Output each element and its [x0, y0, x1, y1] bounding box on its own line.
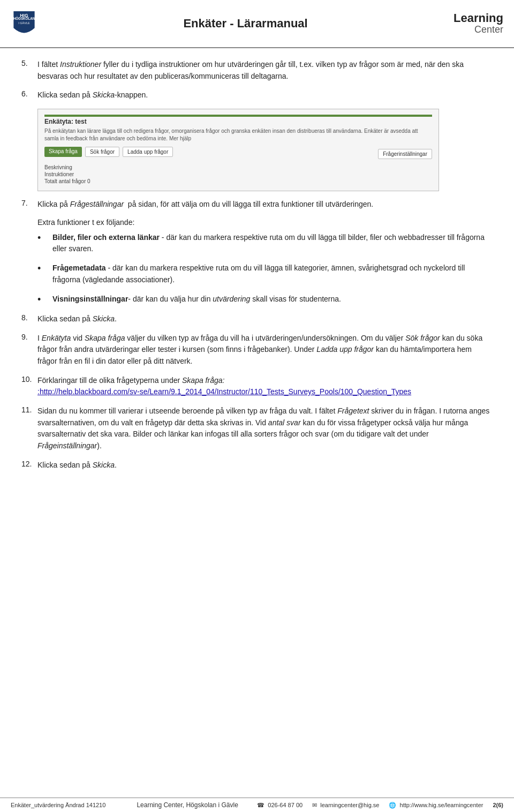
screenshot-image: Enkätyta: test På enkätytan kan lärare l… [37, 109, 439, 191]
bullet-text: Frågemetadata - där kan du markera respe… [52, 262, 493, 285]
italic-text: Ladda upp frågor [316, 345, 374, 354]
skapa-fraga-btn: Skapa fråga [44, 147, 82, 157]
bullet-item: • Visningsinställningar- där kan du välj… [37, 294, 493, 306]
item-text: I Enkätyta vid Skapa fråga väljer du vil… [37, 333, 493, 367]
screenshot-title: Enkätyta: test [44, 118, 432, 125]
italic-text: Sök frågor [405, 334, 440, 342]
item-number: 7. [21, 199, 33, 210]
italic-text: Instruktioner [60, 60, 101, 69]
learning-label: Learning [453, 12, 503, 25]
page-footer: Enkäter_utvärdering Ändrad 141210 Learni… [0, 798, 514, 812]
bold-text: Frågemetadata [52, 264, 106, 272]
list-item: 11. Sidan du nu kommer till varierar i u… [21, 405, 493, 452]
bold-text: Bilder, filer och externa länkar [52, 233, 160, 242]
item-number: 6. [21, 89, 33, 101]
blackboard-link[interactable]: :http://help.blackboard.com/sv-se/Learn/… [37, 387, 411, 396]
item-text: Klicka sedan på Skicka. [37, 460, 493, 471]
form-row: Beskrivning [44, 164, 432, 170]
item-text: I fältet Instruktioner fyller du i tydli… [37, 59, 493, 82]
italic-text: Enkätyta [42, 334, 71, 342]
italic-text: Skapa fråga [85, 334, 125, 342]
italic-text: Frågeinställningar [37, 441, 97, 450]
form-row: Instruktioner [44, 171, 432, 177]
form-row: Totalt antal frågor 0 [44, 178, 432, 184]
italic-text: antal svar [268, 418, 301, 427]
screenshot-buttons: Skapa fråga Sök frågor Ladda upp frågor … [44, 147, 432, 161]
center-label: Center [453, 25, 503, 35]
list-item: 6. Klicka sedan på Skicka-knappen. [21, 89, 493, 101]
item-text: Förklaringar till de olika frågetyperna … [37, 375, 493, 398]
screenshot-desc: På enkätytan kan lärare lägga till och r… [44, 127, 432, 142]
italic-text: Frågetext [337, 407, 369, 415]
footer-center: Learning Center, Högskolan i Gävle [118, 801, 257, 809]
frageinstallningar-btn: Frågerinställningar [378, 149, 432, 159]
item-text: Klicka på Frågeställningar på sidan, för… [37, 199, 493, 210]
page-number: 2(6) [493, 802, 503, 808]
item-text: Klicka sedan på Skicka-knappen. [37, 89, 493, 101]
italic-text: Skapa fråga: [182, 376, 224, 385]
footer-phone: ☎ 026-64 87 00 [257, 802, 303, 809]
bullet-dot: • [37, 262, 47, 275]
footer-email: ✉ learningcenter@hig.se [312, 802, 379, 809]
web-icon: 🌐 [389, 802, 396, 809]
page-header: HÖGSKOLAN I GÄVLE HIG Enkäter - Lärarman… [0, 0, 514, 48]
list-item: 10. Förklaringar till de olika frågetype… [21, 375, 493, 398]
bullet-dot: • [37, 294, 47, 306]
footer-left: Enkäter_utvärdering Ändrad 141210 [11, 802, 118, 808]
bullet-dot: • [37, 232, 47, 244]
svg-text:HIG: HIG [20, 12, 28, 18]
ladda-upp-btn: Ladda upp frågor [123, 147, 173, 157]
footer-right: ☎ 026-64 87 00 ✉ learningcenter@hig.se 🌐… [257, 802, 503, 809]
bold-text: Visningsinställningar [52, 295, 128, 303]
item-text: Klicka sedan på Skicka. [37, 313, 493, 325]
italic-text: Skicka [93, 461, 115, 469]
item-number: 11. [21, 405, 33, 452]
italic-text: Skicka [93, 91, 115, 99]
list-item: 9. I Enkätyta vid Skapa fråga väljer du … [21, 333, 493, 367]
item-number: 5. [21, 59, 33, 82]
list-item: 8. Klicka sedan på Skicka. [21, 313, 493, 325]
footer-url: 🌐 http://www.hig.se/learningcenter [389, 802, 483, 809]
phone-icon: ☎ [257, 802, 264, 809]
bullet-list: • Bilder, filer och externa länkar - där… [37, 232, 493, 306]
item-number: 8. [21, 313, 33, 325]
page-title: Enkäter - Lärarmanual [37, 17, 453, 31]
item-text: Sidan du nu kommer till varierar i utsee… [37, 405, 493, 452]
list-item: 5. I fältet Instruktioner fyller du i ty… [21, 59, 493, 82]
screenshot-btn-group: Skapa fråga Sök frågor Ladda upp frågor [44, 147, 173, 157]
italic-text: Frågeställningar [70, 200, 124, 208]
logo-area: HÖGSKOLAN I GÄVLE HIG [11, 9, 37, 39]
bullet-text: Bilder, filer och externa länkar - där k… [52, 232, 493, 255]
email-icon: ✉ [312, 802, 317, 809]
bullet-item: • Frågemetadata - där kan du markera res… [37, 262, 493, 285]
green-bar [44, 115, 432, 117]
bullet-text: Visningsinställningar- där kan du välja … [52, 294, 493, 305]
footer-filename: Enkäter_utvärdering Ändrad 141210 [11, 802, 105, 808]
italic-text: utvärdering [213, 295, 250, 303]
extra-functions-label: Extra funktioner t ex följande: [37, 218, 493, 227]
footer-center-text: Learning Center, Högskolan i Gävle [137, 801, 238, 809]
list-item: 7. Klicka på Frågeställningar på sidan, … [21, 199, 493, 210]
bullet-item: • Bilder, filer och externa länkar - där… [37, 232, 493, 255]
main-content: 5. I fältet Instruktioner fyller du i ty… [0, 48, 514, 489]
item-number: 9. [21, 333, 33, 367]
sok-fragor-btn: Sök frågor [85, 147, 119, 157]
italic-text: Skicka [93, 314, 115, 323]
item-number: 12. [21, 460, 33, 471]
svg-text:I GÄVLE: I GÄVLE [18, 21, 30, 24]
screenshot-form-fields: Beskrivning Instruktioner Totalt antal f… [44, 164, 432, 184]
learning-center-logo: Learning Center [453, 12, 503, 35]
item-number: 10. [21, 375, 33, 398]
list-item: 12. Klicka sedan på Skicka. [21, 460, 493, 471]
school-logo: HÖGSKOLAN I GÄVLE HIG [11, 9, 37, 39]
